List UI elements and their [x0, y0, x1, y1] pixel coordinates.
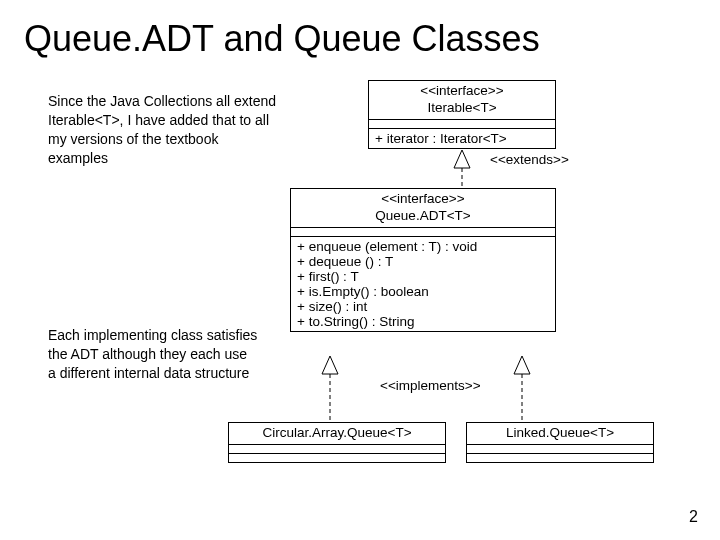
connector-implements-linked [514, 356, 530, 422]
iterable-op-iterator: + iterator : Iterator<T> [369, 129, 555, 148]
queueadt-op-isempty: + is.Empty() : boolean [297, 284, 549, 299]
uml-class-queueadt: <<interface>> Queue.ADT<T> + enqueue (el… [290, 188, 556, 332]
queueadt-op-first: + first() : T [297, 269, 549, 284]
iterable-name: Iterable<T> [427, 100, 496, 115]
queueadt-name: Queue.ADT<T> [375, 208, 470, 223]
uml-class-iterable: <<interface>> Iterable<T> + iterator : I… [368, 80, 556, 149]
svg-marker-0 [454, 150, 470, 168]
queueadt-op-tostring: + to.String() : String [297, 314, 549, 329]
relation-label-implements: <<implements>> [380, 378, 481, 393]
connector-implements-circular [322, 356, 338, 422]
queueadt-stereotype: <<interface>> [381, 191, 464, 206]
svg-marker-4 [514, 356, 530, 374]
note-top: Since the Java Collections all extend It… [48, 92, 278, 168]
queueadt-op-enqueue: + enqueue (element : T) : void [297, 239, 549, 254]
uml-class-linked: Linked.Queue<T> [466, 422, 654, 463]
queueadt-op-size: + size() : int [297, 299, 549, 314]
iterable-stereotype: <<interface>> [420, 83, 503, 98]
uml-class-circular: Circular.Array.Queue<T> [228, 422, 446, 463]
relation-label-extends: <<extends>> [490, 152, 569, 167]
linked-name: Linked.Queue<T> [506, 425, 614, 440]
queueadt-op-dequeue: + dequeue () : T [297, 254, 549, 269]
slide-title: Queue.ADT and Queue Classes [24, 18, 540, 60]
svg-marker-2 [322, 356, 338, 374]
page-number: 2 [689, 508, 698, 526]
circular-name: Circular.Array.Queue<T> [262, 425, 411, 440]
note-bottom: Each implementing class satisfies the AD… [48, 326, 258, 383]
connector-extends [454, 150, 470, 188]
